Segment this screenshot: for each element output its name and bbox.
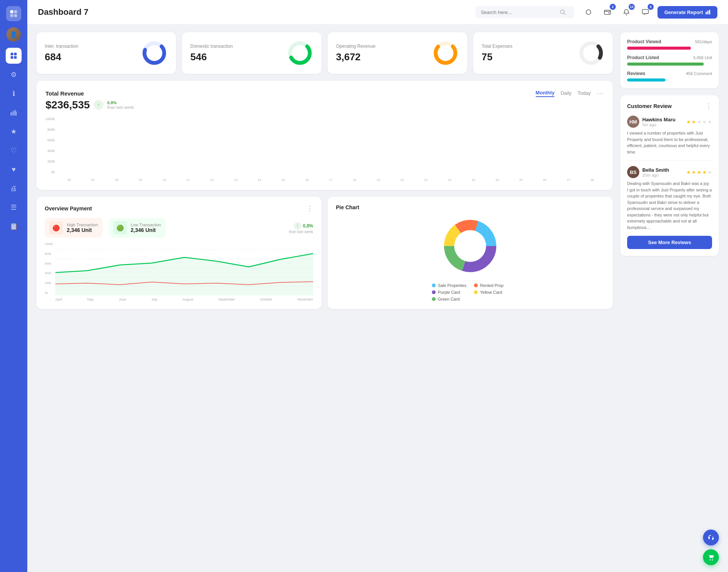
support-fab[interactable] (703, 530, 719, 545)
svg-rect-2 (10, 14, 13, 17)
pie-title: Pie Chart (336, 204, 359, 210)
cart-icon (707, 553, 715, 561)
revenue-card: Total Revenue Monthly Daily Today ⋯ $236… (36, 81, 613, 190)
expenses-value: 75 (482, 51, 512, 63)
header-icons: 2 12 5 Generate Report (582, 5, 717, 19)
product-listed-bar (627, 63, 704, 66)
revenue-change-icon: ↑ (94, 100, 104, 110)
svg-rect-8 (11, 112, 12, 116)
inter-transaction-value: 684 (45, 51, 78, 63)
operating-donut (432, 40, 459, 66)
search-input[interactable] (481, 9, 557, 15)
expenses-label: Total Expenses (482, 44, 512, 49)
svg-point-40 (712, 559, 713, 561)
wallet-button[interactable]: 2 (601, 5, 614, 19)
payment-change-pct: ↑ 0,8% (294, 222, 313, 230)
review-divider (627, 160, 712, 161)
bars-row (58, 117, 604, 177)
sidebar-item-star[interactable]: ★ (6, 124, 22, 139)
svg-rect-10 (14, 110, 16, 116)
expenses-donut (578, 40, 604, 66)
high-transaction-icon: 🔴 (49, 221, 63, 235)
payment-x-labels: April May June July August September Oct… (55, 298, 313, 301)
sidebar-item-heart[interactable]: ♡ (6, 143, 22, 158)
sidebar-item-heart2[interactable]: ♥ (6, 161, 22, 177)
hawkins-stars: ★ ★ ★ ★ ★ (686, 119, 712, 125)
notification-button[interactable]: 12 (620, 5, 633, 19)
reviews-bar (627, 78, 665, 81)
domestic-donut (287, 40, 313, 66)
revenue-title: Total Revenue (46, 90, 84, 97)
payment-header: Overview Payment ⋮ (45, 204, 313, 213)
bella-review-text: Dealing with Syamsudin and Bakri was a j… (627, 180, 712, 230)
reviews-title: Customer Review (627, 103, 672, 109)
sidebar-item-dashboard[interactable] (6, 48, 22, 64)
hawkins-name: Hawkins Maru (642, 117, 675, 122)
tab-daily[interactable]: Daily (560, 90, 571, 97)
review-hawkins: HM Hawkins Maru 5m ago ★ ★ ★ ★ ★ (627, 116, 712, 155)
svg-point-39 (710, 559, 711, 561)
svg-rect-0 (10, 10, 13, 13)
overview-payment-card: Overview Payment ⋮ 🔴 High Transaction 2,… (36, 197, 322, 309)
dark-mode-toggle[interactable] (582, 5, 595, 19)
revenue-more-options[interactable]: ⋯ (597, 89, 604, 97)
tab-monthly[interactable]: Monthly (536, 90, 555, 97)
chat-badge: 5 (648, 4, 654, 10)
hawkins-review-text: I viewed a number of properties with Jus… (627, 130, 712, 155)
operating-value: 3,672 (336, 51, 375, 63)
moon-icon (585, 8, 592, 16)
svg-rect-3 (14, 14, 17, 17)
pie-chart-svg (440, 216, 500, 276)
metric-product-viewed: Product Viewed 561/days (627, 39, 712, 50)
right-panel: Product Viewed 561/days Product Listed 3… (620, 32, 719, 564)
svg-rect-9 (13, 111, 14, 116)
sidebar-item-menu[interactable]: ☰ (6, 199, 22, 215)
headset-icon (707, 534, 715, 541)
user-avatar[interactable]: 👤 (6, 27, 21, 42)
revenue-tabs: Monthly Daily Today ⋯ (536, 89, 604, 97)
bottom-charts: Overview Payment ⋮ 🔴 High Transaction 2,… (36, 197, 613, 309)
payment-more-options[interactable]: ⋮ (306, 204, 313, 213)
svg-point-25 (436, 43, 455, 63)
revenue-change-pct: 0.8% (107, 100, 134, 105)
high-label: High Transaction (67, 223, 98, 227)
bell-badge: 12 (629, 4, 635, 10)
legend-sale-properties: Sale Properties (432, 283, 466, 288)
bella-time: 20m ago (642, 173, 669, 177)
metric-product-listed: Product Listed 3,456 Unit (627, 55, 712, 66)
sidebar-item-settings[interactable]: ⚙ (6, 67, 22, 83)
stat-card-total-expenses: Total Expenses 75 (473, 32, 613, 74)
generate-report-button[interactable]: Generate Report (657, 6, 717, 19)
inter-transaction-label: Inter. transaction (45, 44, 78, 49)
tab-today[interactable]: Today (577, 90, 591, 97)
low-transaction-stat: 🟢 Low Transaction 2,346 Unit (109, 218, 166, 238)
legend-green-card: Green Card (432, 297, 466, 301)
sidebar-item-analytics[interactable] (6, 105, 22, 121)
legend-purple-card: Purple Card (432, 290, 466, 295)
sidebar-item-print[interactable]: 🖨 (6, 180, 22, 196)
reviews-more-options[interactable]: ⋮ (705, 102, 712, 110)
sidebar-logo[interactable] (6, 6, 21, 21)
metric-reviews: Reviews 456 Comment (627, 71, 712, 81)
revenue-change-info: 0.8% than last week (107, 100, 134, 110)
svg-point-15 (609, 13, 610, 14)
wallet-icon (604, 8, 611, 16)
bella-avatar: BS (627, 166, 639, 178)
revenue-amount-row: $236,535 ↑ 0.8% than last week (46, 99, 604, 111)
page-title: Dashboard 7 (38, 7, 468, 17)
svg-rect-4 (11, 53, 13, 55)
see-more-reviews-button[interactable]: See More Reviews (627, 236, 712, 249)
sidebar-item-info[interactable]: ℹ (6, 86, 22, 102)
svg-rect-16 (642, 9, 648, 14)
chat-button[interactable]: 5 (639, 5, 652, 19)
sidebar-item-list[interactable]: 📋 (6, 218, 22, 234)
svg-rect-7 (14, 56, 17, 59)
search-box (475, 6, 574, 18)
header: Dashboard 7 2 (27, 0, 728, 25)
content-left: Inter. transaction 684 Domestic transact… (36, 32, 613, 564)
svg-rect-14 (604, 10, 610, 14)
pie-legend: Sale Properties Rented Prop Purple Card (432, 283, 508, 301)
review-bella: BS Bella Smith 20m ago ★ ★ ★ ★ ★ (627, 166, 712, 230)
stat-card-domestic-transaction: Domestic transaction 546 (182, 32, 322, 74)
cart-fab[interactable] (703, 549, 719, 565)
